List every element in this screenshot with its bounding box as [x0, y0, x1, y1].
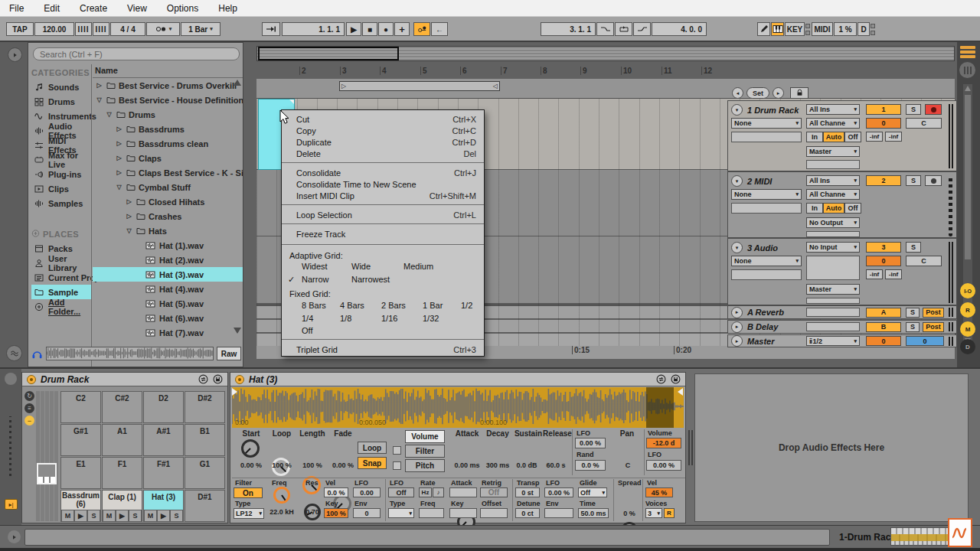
punch-in-button[interactable] — [596, 22, 614, 36]
tree-item-selected[interactable]: Hat (3).wav — [93, 267, 243, 282]
loop-length-field[interactable]: 4. 0. 0 — [652, 22, 707, 36]
pitch-lfo-field[interactable]: 0.00 % — [544, 487, 573, 497]
track-header-midi[interactable]: ▾2 MIDI None All Ins All Channe In Auto … — [727, 171, 957, 238]
pad-solo-button[interactable]: S — [129, 510, 142, 521]
drum-pad-hat-selected[interactable]: Hat (3) M▶S — [143, 490, 184, 522]
browser-divider[interactable] — [91, 64, 92, 367]
track1-input-type[interactable]: All Ins — [806, 104, 860, 115]
loop-start-icon[interactable]: ▷ — [341, 83, 346, 90]
overview-viewport[interactable] — [258, 47, 399, 60]
drum-pad[interactable]: G#1 — [60, 424, 101, 456]
start-knob[interactable] — [241, 439, 260, 458]
pad-overview-viewport[interactable] — [37, 463, 57, 484]
grid-option-half[interactable]: 1/2 — [461, 300, 472, 311]
master-name[interactable]: Master — [747, 337, 774, 346]
track1-input-channel[interactable]: All Channe — [806, 118, 860, 129]
menu-options[interactable]: Options — [167, 3, 198, 14]
grid-option-narrow[interactable]: Narrow — [302, 274, 328, 285]
loop-end-region[interactable] — [646, 387, 674, 428]
hot-swap-icon[interactable] — [198, 374, 208, 384]
tree-item[interactable]: ▷Best Service - Drums Overkill — [93, 78, 243, 93]
scroll-thumb[interactable] — [965, 95, 971, 259]
loop-end-icon[interactable]: ◁ — [493, 83, 498, 90]
set-locator-button[interactable]: Set — [746, 87, 769, 99]
tree-name-header[interactable]: Name — [93, 66, 243, 78]
clip-fade-handle[interactable] — [289, 99, 294, 104]
sample-end-marker[interactable] — [678, 388, 683, 396]
follow-button[interactable] — [262, 22, 280, 36]
track1-number-badge[interactable]: 1 — [866, 104, 901, 115]
show-returns-button[interactable]: R — [960, 302, 975, 318]
track1-solo-button[interactable]: S — [906, 104, 921, 115]
context-item-loop-selection[interactable]: Loop SelectionCtrl+L — [282, 209, 484, 220]
drum-pad[interactable]: F#1 — [143, 457, 184, 489]
lfo-type-chooser[interactable] — [388, 508, 414, 518]
device-power-button[interactable] — [235, 375, 244, 384]
track-header-drum-rack[interactable]: ▾1 Drum Rack None All Ins All Channe In … — [727, 100, 957, 171]
voices-retrig-button[interactable]: R — [664, 508, 675, 518]
drum-pad[interactable]: A1 — [102, 424, 142, 456]
grid-option-off[interactable]: Off — [302, 325, 312, 336]
nudge-up-button[interactable]: IIII — [93, 22, 109, 36]
glide-chooser[interactable]: Off — [578, 487, 607, 497]
save-preset-icon[interactable] — [671, 374, 681, 384]
nudge-down-button[interactable]: IIII — [75, 22, 92, 36]
release-value[interactable]: 60.0 s — [537, 461, 575, 469]
fold-track-button[interactable]: ▾ — [731, 175, 743, 187]
pitch-env-field[interactable] — [544, 508, 573, 518]
track-header-audio[interactable]: ▾3 Audio None No Input Master 3 S 0 C -i… — [727, 238, 957, 305]
grid-option-wide[interactable]: Wide — [351, 261, 371, 272]
pad-play-button[interactable]: ▶ — [74, 510, 87, 521]
return-track-delay[interactable]: ▸ B Delay B S Post — [727, 320, 957, 334]
returnB-post-button[interactable]: Post — [923, 322, 944, 332]
grid-option-widest[interactable]: Widest — [302, 261, 328, 272]
pad-solo-button[interactable]: S — [170, 510, 183, 521]
retrig-off-button[interactable]: Off — [480, 487, 508, 497]
monitor-off-button[interactable]: Off — [844, 203, 861, 214]
play-button[interactable]: ▶ — [346, 22, 361, 36]
tree-item[interactable]: ▷Crashes — [93, 209, 243, 223]
filter-type-chooser[interactable]: LP12 — [234, 508, 264, 519]
cue-out-chooser[interactable]: ii 1/2 — [806, 336, 860, 346]
grid-option-narrowest[interactable]: Narrowest — [351, 274, 390, 285]
track-name[interactable]: 3 Audio — [747, 243, 778, 253]
menu-create[interactable]: Create — [80, 3, 107, 14]
returnA-post-button[interactable]: Post — [923, 308, 944, 318]
show-io-button[interactable]: I-O — [960, 283, 975, 298]
spread-value[interactable]: 0 % — [613, 510, 645, 517]
pad-play-button[interactable]: ▶ — [157, 510, 170, 521]
returnB-solo-button[interactable]: S — [906, 322, 920, 332]
tab-volume[interactable]: Volume — [405, 430, 445, 443]
returnA-badge[interactable]: A — [866, 308, 901, 318]
tree-item[interactable]: Hat (4).wav — [93, 282, 243, 296]
track3-pan-field[interactable]: C — [906, 256, 942, 266]
grid-option-2bars[interactable]: 2 Bars — [381, 300, 406, 311]
context-item-duplicate[interactable]: DuplicateCtrl+D — [282, 136, 484, 148]
record-button[interactable]: ● — [378, 22, 394, 36]
drum-pad-bassdrum[interactable]: Bassdrum (6) M▶S — [60, 490, 101, 522]
grid-option-4bars[interactable]: 4 Bars — [340, 300, 364, 311]
monitor-in-button[interactable]: In — [806, 203, 823, 214]
voices-chooser[interactable]: 3 — [645, 508, 662, 518]
context-item-consolidate-scene[interactable]: Consolidate Time to New Scene — [282, 178, 484, 190]
loop-button[interactable] — [615, 22, 632, 36]
grid-option-quarter[interactable]: 1/4 — [302, 313, 313, 324]
track1-volume-field[interactable]: 0 — [866, 118, 901, 129]
drum-pad[interactable]: D2 — [143, 391, 184, 423]
arrangement-position-field[interactable]: 1. 1. 1 — [282, 22, 345, 36]
sidebar-item-sounds[interactable]: Sounds — [31, 80, 93, 94]
drum-pad[interactable]: G1 — [185, 457, 225, 489]
track2-arm-button[interactable] — [925, 175, 942, 186]
device-power-button[interactable] — [27, 375, 36, 384]
computer-midi-keyboard-button[interactable] — [771, 22, 784, 36]
tree-item[interactable]: Hat (5).wav — [93, 296, 243, 311]
drum-pad[interactable]: A#1 — [143, 424, 184, 456]
lfo-amount-field[interactable]: 0.00 % — [575, 438, 606, 448]
tree-item[interactable]: Hat (1).wav — [93, 238, 243, 253]
pan-value[interactable]: C — [609, 461, 647, 469]
tree-item[interactable]: ▷Closed Hihats — [93, 194, 243, 209]
drum-pad[interactable]: E1 — [60, 457, 101, 489]
sidebar-item-plugins[interactable]: Plug-ins — [31, 167, 93, 181]
track1-arm-button[interactable] — [925, 104, 942, 115]
help-toggle-button[interactable] — [8, 530, 21, 543]
